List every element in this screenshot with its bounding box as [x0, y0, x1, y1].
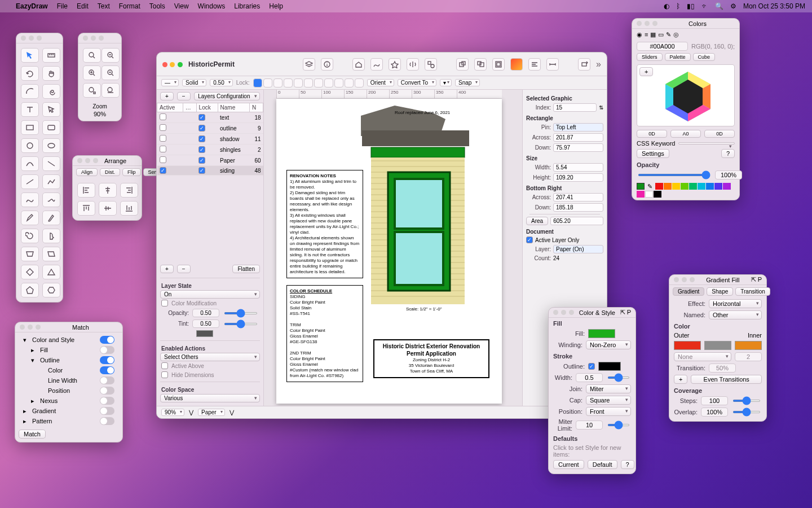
match-toggle[interactable]	[100, 336, 114, 344]
minimize-icon[interactable]	[170, 62, 175, 67]
down-value[interactable]: 75.97	[553, 143, 603, 152]
eyedropper-icon[interactable]: ✎	[647, 183, 652, 190]
match-row[interactable]: Position	[19, 386, 119, 396]
area-button[interactable]: Area	[526, 217, 548, 225]
menu-edit[interactable]: Edit	[77, 2, 89, 10]
ellipse-tool[interactable]	[42, 138, 60, 153]
layer-row[interactable]: ✓text18	[157, 112, 263, 123]
color-space-select[interactable]: Various	[160, 394, 260, 402]
winding-select[interactable]: Non-Zero	[586, 340, 631, 349]
color-mod-checkbox[interactable]	[161, 300, 168, 306]
diamond-tool[interactable]	[21, 265, 39, 279]
pen-tool[interactable]	[21, 211, 39, 225]
outline-checkbox[interactable]: ✓	[588, 363, 595, 370]
trapezoid-tool[interactable]	[21, 247, 39, 261]
match-toggle[interactable]	[100, 387, 114, 395]
current-color-large[interactable]	[637, 183, 645, 190]
grad-tab-gradient[interactable]: Gradient	[673, 287, 704, 296]
spotlight-icon[interactable]: 🔍	[715, 2, 723, 10]
grad-middle-well[interactable]	[704, 341, 731, 350]
dims-icon[interactable]	[546, 58, 559, 71]
footer-zoom-select[interactable]: 90%	[161, 409, 184, 416]
layers-config-title[interactable]: Layers Configuration	[194, 92, 260, 100]
miter-slider[interactable]	[607, 424, 630, 426]
layer-tint-slider[interactable]	[224, 323, 258, 325]
active-above-checkbox[interactable]	[161, 362, 168, 369]
zoom-out-icon[interactable]	[102, 65, 120, 80]
zoom-page-icon[interactable]	[102, 83, 120, 98]
match-row[interactable]: ▸Fill	[19, 345, 119, 355]
line-tool[interactable]	[21, 174, 39, 189]
flatten-button[interactable]: Flatten	[232, 265, 260, 273]
match-toggle[interactable]	[100, 366, 114, 374]
match-toggle[interactable]	[100, 376, 114, 384]
align-icon[interactable]	[528, 58, 541, 71]
fill-swatch-icon[interactable]	[510, 58, 523, 71]
hide-dims-checkbox[interactable]	[161, 371, 168, 378]
info-icon[interactable]	[321, 58, 333, 71]
across-value[interactable]: 201.87	[553, 133, 603, 142]
match-toggle[interactable]	[100, 407, 114, 415]
color-sliders-icon[interactable]: ≡	[645, 31, 648, 38]
overlap-slider[interactable]	[732, 411, 761, 413]
arc-tool[interactable]	[21, 84, 39, 99]
head-tool[interactable]	[42, 229, 60, 243]
snap-select[interactable]: Snap	[455, 79, 480, 86]
layer-row[interactable]: ✓ ✓siding48	[157, 166, 263, 176]
align-left-icon[interactable]	[77, 183, 95, 198]
toolbar-overflow-icon[interactable]: »	[596, 59, 601, 69]
pin-icon[interactable]: ⇱ P	[751, 276, 762, 283]
menu-text[interactable]: Text	[98, 2, 110, 10]
match-toggle[interactable]	[100, 417, 114, 425]
measure-tool[interactable]	[42, 48, 60, 63]
polyline-tool[interactable]	[42, 174, 60, 189]
pentagon-tool[interactable]	[21, 283, 39, 297]
remove-layer-button[interactable]: −	[177, 92, 191, 100]
effect-select[interactable]: Horizontal	[709, 299, 762, 308]
align-center-icon[interactable]	[99, 183, 117, 198]
rotate-tool[interactable]	[21, 66, 39, 81]
pointer-tool[interactable]	[42, 102, 60, 117]
spiral-tool[interactable]	[42, 84, 60, 99]
match-row[interactable]: ▸Nexus	[19, 396, 119, 406]
layer-row[interactable]: ✓Paper60	[157, 155, 263, 166]
cap-select[interactable]: Square	[586, 396, 631, 405]
layer-row[interactable]: ✓shadow11	[157, 134, 263, 144]
freehand-tool[interactable]	[42, 192, 60, 207]
app-name[interactable]: EazyDraw	[16, 2, 48, 10]
layer-plus-button[interactable]: +	[160, 265, 174, 273]
grad-plus-button[interactable]: +	[674, 375, 687, 384]
outline-color-well[interactable]	[598, 362, 621, 371]
grad-inner-well[interactable]	[735, 341, 762, 350]
brush-tool[interactable]	[42, 211, 60, 225]
width-value[interactable]: 5.54	[553, 163, 603, 172]
match-row[interactable]: ▾Color and Style	[19, 335, 119, 345]
group-icon[interactable]	[492, 58, 505, 71]
tint-swatch[interactable]	[196, 330, 213, 337]
steps-value[interactable]: 100	[701, 396, 728, 405]
orient-select[interactable]: Orient	[367, 79, 394, 86]
clock[interactable]: Mon Oct 25 3:50 PM	[743, 2, 805, 10]
wifi-icon[interactable]: ᯤ	[701, 2, 708, 10]
menu-libraries[interactable]: Libraries	[234, 2, 260, 10]
colors-help-button[interactable]: ?	[721, 149, 735, 158]
footer-mode-select[interactable]: Paper	[198, 409, 225, 416]
enabled-actions-select[interactable]: Select Others	[160, 353, 260, 361]
layer-opacity-slider[interactable]	[224, 312, 258, 314]
pin-icon[interactable]: ⇱ P	[620, 309, 631, 316]
swirl-tool[interactable]	[21, 229, 39, 243]
arrange-tab-flip[interactable]: Flip	[122, 168, 141, 176]
grad-none-select[interactable]: None	[674, 352, 731, 361]
css-keyword-select[interactable]	[678, 142, 735, 144]
align-top-icon[interactable]	[77, 201, 95, 216]
canvas[interactable]: 050100150200 250300350400 Roof replaced …	[264, 90, 522, 406]
front-icon[interactable]	[456, 58, 469, 71]
menu-view[interactable]: View	[174, 2, 189, 10]
menu-file[interactable]: File	[57, 2, 68, 10]
roundrect-tool[interactable]	[42, 120, 60, 135]
match-row[interactable]: Line Width	[19, 375, 119, 386]
miter-value[interactable]: 10	[576, 421, 603, 430]
active-layer-only-checkbox[interactable]: ✓	[526, 237, 533, 243]
hex-value[interactable]: #00A000	[637, 42, 688, 51]
index-value[interactable]: 15	[553, 103, 597, 112]
